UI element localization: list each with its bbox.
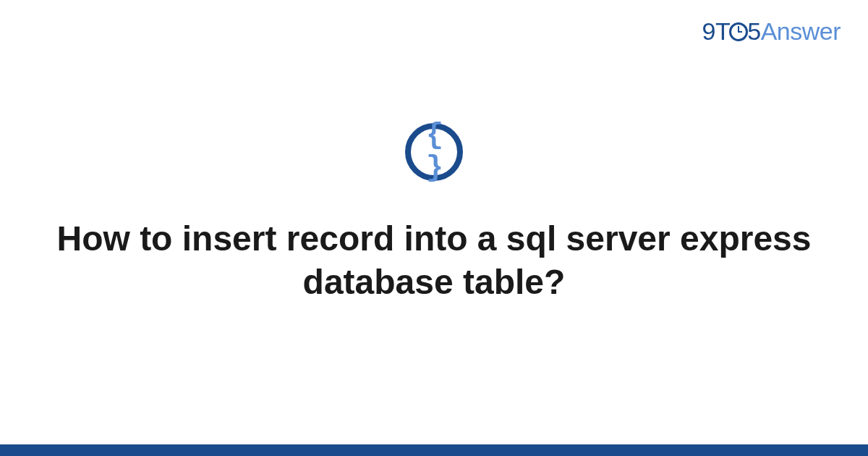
brand-answer: Answer <box>761 17 841 45</box>
question-title: How to insert record into a sql server e… <box>0 217 868 304</box>
main-content: { } How to insert record into a sql serv… <box>0 123 868 304</box>
brand-9t: 9T <box>702 17 731 45</box>
clock-icon <box>729 22 748 41</box>
icon-ring: { } <box>405 123 463 181</box>
braces-glyph: { } <box>411 119 457 185</box>
brand-logo: 9T5Answer <box>702 17 841 46</box>
brand-5: 5 <box>747 17 760 45</box>
footer-accent-bar <box>0 444 868 456</box>
code-braces-icon: { } <box>405 123 463 181</box>
